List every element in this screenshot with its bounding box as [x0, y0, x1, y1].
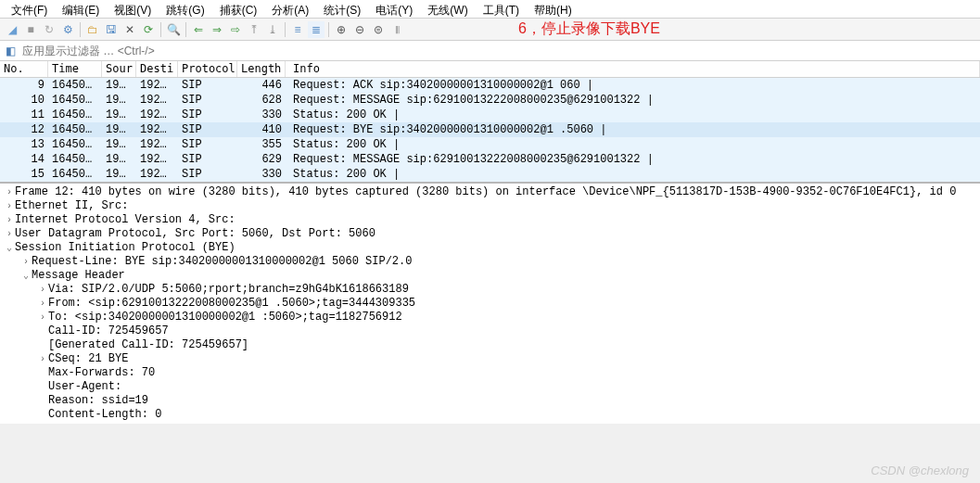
expand-closed-icon[interactable]: › [37, 297, 48, 311]
detail-line[interactable]: ›Frame 12: 410 bytes on wire (3280 bits)… [4, 185, 976, 199]
detail-line[interactable]: Content-Length: 0 [4, 408, 976, 422]
detail-line[interactable]: ›To: <sip:34020000001310000002@1 :5060>;… [4, 311, 976, 324]
detail-text: Internet Protocol Version 4, Src: [15, 213, 235, 227]
expand-closed-icon[interactable]: › [37, 283, 48, 297]
menu-analyze[interactable]: 分析(A) [264, 2, 316, 16]
packet-row[interactable]: 1116450…19…192…SIP330Status: 200 OK | [0, 108, 980, 122]
go-to-packet-icon[interactable]: ⇨ [227, 21, 244, 38]
detail-line[interactable]: ⌄Session Initiation Protocol (BYE) [4, 241, 976, 255]
detail-line[interactable]: ›Ethernet II, Src: [4, 199, 976, 213]
save-file-icon[interactable]: 🖫 [103, 21, 120, 38]
go-forward-icon[interactable]: ⇒ [209, 21, 225, 38]
detail-line[interactable]: [Generated Call-ID: 725459657] [4, 338, 976, 352]
detail-line[interactable]: ⌄Message Header [4, 269, 976, 283]
cell-source: 19… [102, 78, 136, 93]
menu-help[interactable]: 帮助(H) [527, 2, 579, 16]
detail-line[interactable]: ›Internet Protocol Version 4, Src: [4, 213, 976, 227]
detail-text: Request-Line: BYE sip:340200000013100000… [32, 255, 412, 269]
detail-line[interactable]: ›User Datagram Protocol, Src Port: 5060,… [4, 227, 976, 241]
cell-source: 19… [102, 137, 136, 152]
packet-row[interactable]: 1216450…19…192…SIP410Request: BYE sip:34… [0, 122, 980, 137]
cell-info: Request: BYE sip:34020000001310000002@1 … [286, 122, 980, 137]
packet-details: ›Frame 12: 410 bytes on wire (3280 bits)… [0, 184, 980, 424]
column-time[interactable]: Time [48, 61, 102, 77]
detail-line[interactable]: ›Request-Line: BYE sip:34020000001310000… [4, 255, 976, 269]
detail-text: CSeq: 21 BYE [48, 352, 128, 366]
display-filter-input[interactable] [19, 43, 978, 59]
column-destination[interactable]: Desti [136, 61, 178, 77]
detail-line[interactable]: Max-Forwards: 70 [4, 366, 976, 380]
packet-row[interactable]: 916450…19…192…SIP446Request: ACK sip:340… [0, 78, 980, 93]
cell-no: 10 [0, 93, 48, 108]
cell-protocol: SIP [178, 122, 237, 137]
detail-line[interactable]: Call-ID: 725459657 [4, 324, 976, 338]
toolbar-separator [80, 22, 81, 37]
detail-text: User-Agent: [48, 380, 121, 394]
menu-go[interactable]: 跳转(G) [159, 2, 211, 16]
expand-closed-icon[interactable]: › [4, 185, 15, 199]
go-first-icon[interactable]: ⤒ [246, 21, 262, 38]
detail-line[interactable]: ›CSeq: 21 BYE [4, 352, 976, 366]
close-file-icon[interactable]: ✕ [121, 21, 138, 38]
cell-source: 19… [102, 152, 136, 167]
expand-closed-icon[interactable]: › [4, 227, 15, 241]
cell-source: 19… [102, 122, 136, 137]
toolbar-separator [328, 22, 329, 37]
expand-closed-icon[interactable]: › [4, 213, 15, 227]
menu-file[interactable]: 文件(F) [4, 2, 55, 16]
cell-info: Request: MESSAGE sip:6291001322200800023… [286, 93, 980, 108]
expand-open-icon[interactable]: ⌄ [4, 241, 15, 255]
column-source[interactable]: Sour [102, 61, 136, 77]
expand-closed-icon[interactable]: › [20, 255, 32, 269]
column-protocol[interactable]: Protocol [178, 61, 237, 77]
cell-no: 14 [0, 152, 48, 167]
go-back-icon[interactable]: ⇐ [190, 21, 207, 38]
menu-edit[interactable]: 编辑(E) [55, 2, 107, 16]
zoom-reset-icon[interactable]: ⊜ [370, 21, 387, 38]
menu-view[interactable]: 视图(V) [107, 2, 159, 16]
find-packet-icon[interactable]: 🔍 [165, 21, 182, 38]
menu-capture[interactable]: 捕获(C) [212, 2, 265, 16]
reload-icon[interactable]: ⟳ [140, 21, 157, 38]
detail-text: Content-Length: 0 [48, 408, 161, 422]
column-no[interactable]: No. [0, 61, 48, 77]
restart-capture-icon[interactable]: ↻ [41, 21, 57, 38]
detail-line[interactable]: ›Via: SIP/2.0/UDP 5:5060;rport;branch=z9… [4, 283, 976, 297]
menu-wireless[interactable]: 无线(W) [420, 2, 475, 16]
column-info[interactable]: Info [286, 61, 980, 77]
bookmark-icon[interactable]: ◧ [2, 43, 19, 59]
toolbar-separator [285, 22, 286, 37]
menu-telephony[interactable]: 电话(Y) [368, 2, 420, 16]
cell-destination: 192… [136, 108, 178, 122]
start-capture-icon[interactable]: ◢ [4, 21, 20, 38]
capture-options-icon[interactable]: ⚙ [59, 21, 76, 38]
colorize-icon[interactable]: ≣ [308, 21, 325, 38]
open-file-icon[interactable]: 🗀 [84, 21, 101, 38]
column-length[interactable]: Length [237, 61, 286, 77]
stop-capture-icon[interactable]: ■ [22, 21, 39, 38]
cell-info: Request: ACK sip:34020000001310000002@1 … [286, 78, 980, 93]
cell-info: Status: 200 OK | [286, 167, 980, 182]
zoom-in-icon[interactable]: ⊕ [333, 21, 350, 38]
menu-statistics[interactable]: 统计(S) [316, 2, 368, 16]
packet-row[interactable]: 1016450…19…192…SIP628Request: MESSAGE si… [0, 93, 980, 108]
cell-length: 410 [237, 122, 286, 137]
detail-line[interactable]: Reason: ssid=19 [4, 394, 976, 408]
packet-row[interactable]: 1416450…19…192…SIP629Request: MESSAGE si… [0, 152, 980, 167]
cell-protocol: SIP [178, 167, 237, 182]
packet-row[interactable]: 1516450…19…192…SIP330Status: 200 OK | [0, 167, 980, 182]
resize-columns-icon[interactable]: ⫴ [388, 21, 405, 38]
go-last-icon[interactable]: ⤓ [264, 21, 281, 38]
menu-tools[interactable]: 工具(T) [476, 2, 527, 16]
zoom-out-icon[interactable]: ⊖ [351, 21, 368, 38]
detail-line[interactable]: User-Agent: [4, 380, 976, 394]
expand-closed-icon[interactable]: › [37, 352, 48, 366]
autoscroll-icon[interactable]: ≡ [289, 21, 306, 38]
expand-open-icon[interactable]: ⌄ [20, 269, 32, 283]
detail-line[interactable]: ›From: <sip:62910013222008000235@1 .5060… [4, 297, 976, 311]
expand-closed-icon[interactable]: › [37, 311, 48, 324]
detail-text: Call-ID: 725459657 [48, 324, 169, 338]
cell-destination: 192… [136, 137, 178, 152]
packet-row[interactable]: 1316450…19…192…SIP355Status: 200 OK | [0, 137, 980, 152]
expand-closed-icon[interactable]: › [4, 199, 15, 213]
